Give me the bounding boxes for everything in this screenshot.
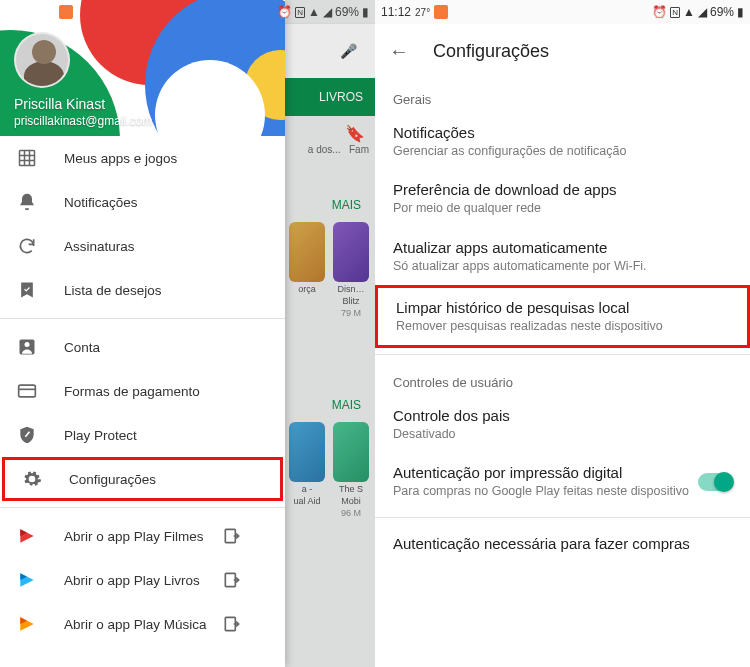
setting-subtitle: Gerenciar as configurações de notificaçã… — [393, 143, 732, 159]
alarm-icon: ⏰ — [652, 5, 667, 19]
setting-subtitle: Por meio de qualquer rede — [393, 200, 732, 216]
menu-wishlist[interactable]: Lista de desejos — [0, 268, 285, 312]
svg-point-6 — [25, 342, 30, 347]
menu-label: Play Protect — [64, 428, 137, 443]
setting-parental-controls[interactable]: Controle dos pais Desativado — [375, 396, 750, 453]
refresh-icon — [16, 235, 38, 257]
menu-label: Conta — [64, 340, 100, 355]
page-title: Configurações — [433, 41, 549, 62]
menu-label: Abrir o app Play Música — [64, 617, 207, 632]
navigation-drawer: 11:11 27° Priscilla Kinast priscillakina… — [0, 0, 285, 667]
account-icon — [16, 336, 38, 358]
left-screenshot: 🎤 LIVROS 🔖 a dos... Fam MAIS orça Disn…B… — [0, 0, 375, 667]
grid-icon — [16, 147, 38, 169]
menu-open-play-music[interactable]: Abrir o app Play Música — [0, 602, 285, 646]
setting-clear-search-history[interactable]: Limpar histórico de pesquisas local Remo… — [375, 285, 750, 348]
setting-subtitle: Só atualizar apps automaticamente por Wi… — [393, 258, 732, 274]
menu-label: Notificações — [64, 195, 138, 210]
nfc-icon: N — [670, 7, 680, 18]
setting-download-preference[interactable]: Preferência de download de apps Por meio… — [375, 170, 750, 227]
menu-open-play-movies[interactable]: Abrir o app Play Filmes — [0, 514, 285, 558]
play-music-icon — [16, 613, 38, 635]
user-email: priscillakinast@gmail.com — [14, 114, 152, 128]
divider — [0, 507, 285, 508]
toggle-switch[interactable] — [698, 473, 732, 491]
play-movies-icon — [16, 525, 38, 547]
user-name: Priscilla Kinast — [14, 96, 105, 112]
setting-fingerprint-auth[interactable]: Autenticação por impressão digital Para … — [375, 453, 750, 510]
divider — [0, 318, 285, 319]
menu-my-apps[interactable]: Meus apps e jogos — [0, 136, 285, 180]
menu-play-protect[interactable]: Play Protect — [0, 413, 285, 457]
bookmark-check-icon — [16, 279, 38, 301]
status-bar: 11:11 27° — [0, 0, 285, 24]
status-time: 11:11 — [6, 5, 36, 19]
setting-notifications[interactable]: Notificações Gerenciar as configurações … — [375, 113, 750, 170]
right-screenshot: 11:12 27° ⏰ N ▲ ◢ 69% ▮ ← Configurações … — [375, 0, 750, 667]
shield-icon — [16, 424, 38, 446]
menu-notifications[interactable]: Notificações — [0, 180, 285, 224]
notification-app-icon — [434, 5, 448, 19]
status-temp: 27° — [40, 7, 55, 18]
status-temp: 27° — [415, 7, 430, 18]
bell-icon — [16, 191, 38, 213]
setting-subtitle: Remover pesquisas realizadas neste dispo… — [396, 318, 729, 334]
menu-settings[interactable]: Configurações — [2, 457, 283, 501]
battery-icon: ▮ — [737, 5, 744, 19]
menu-label: Formas de pagamento — [64, 384, 200, 399]
divider — [375, 517, 750, 518]
notification-app-icon — [59, 5, 73, 19]
setting-purchase-auth[interactable]: Autenticação necessária para fazer compr… — [375, 524, 750, 552]
app-bar: ← Configurações — [375, 24, 750, 78]
avatar[interactable] — [14, 32, 70, 88]
setting-subtitle: Desativado — [393, 426, 732, 442]
signal-icon: ◢ — [698, 5, 707, 19]
menu-label: Abrir o app Play Filmes — [64, 529, 204, 544]
back-arrow-icon[interactable]: ← — [389, 40, 409, 63]
menu-account[interactable]: Conta — [0, 325, 285, 369]
divider — [375, 354, 750, 355]
menu-payment[interactable]: Formas de pagamento — [0, 369, 285, 413]
section-header-user-controls: Controles de usuário — [375, 361, 750, 396]
setting-title: Notificações — [393, 124, 732, 141]
open-external-icon — [221, 525, 243, 547]
setting-auto-update[interactable]: Atualizar apps automaticamente Só atuali… — [375, 228, 750, 285]
menu-label: Configurações — [69, 472, 156, 487]
open-external-icon — [221, 569, 243, 591]
battery-text: 69% — [710, 5, 734, 19]
status-bar: 11:12 27° ⏰ N ▲ ◢ 69% ▮ — [375, 0, 750, 24]
menu-subscriptions[interactable]: Assinaturas — [0, 224, 285, 268]
gear-icon — [21, 468, 43, 490]
setting-title: Controle dos pais — [393, 407, 732, 424]
setting-title: Autenticação por impressão digital — [393, 464, 698, 481]
svg-rect-0 — [20, 151, 35, 166]
menu-label: Assinaturas — [64, 239, 135, 254]
wifi-icon: ▲ — [683, 5, 695, 19]
svg-rect-7 — [19, 385, 36, 397]
setting-title: Preferência de download de apps — [393, 181, 732, 198]
menu-label: Lista de desejos — [64, 283, 162, 298]
setting-title: Autenticação necessária para fazer compr… — [393, 535, 732, 552]
setting-title: Limpar histórico de pesquisas local — [396, 299, 729, 316]
section-header-general: Gerais — [375, 78, 750, 113]
setting-title: Atualizar apps automaticamente — [393, 239, 732, 256]
open-external-icon — [221, 613, 243, 635]
card-icon — [16, 380, 38, 402]
menu-open-play-books[interactable]: Abrir o app Play Livros — [0, 558, 285, 602]
status-time: 11:12 — [381, 5, 411, 19]
setting-subtitle: Para compras no Google Play feitas neste… — [393, 483, 698, 499]
play-books-icon — [16, 569, 38, 591]
menu-label: Meus apps e jogos — [64, 151, 177, 166]
menu-label: Abrir o app Play Livros — [64, 573, 200, 588]
